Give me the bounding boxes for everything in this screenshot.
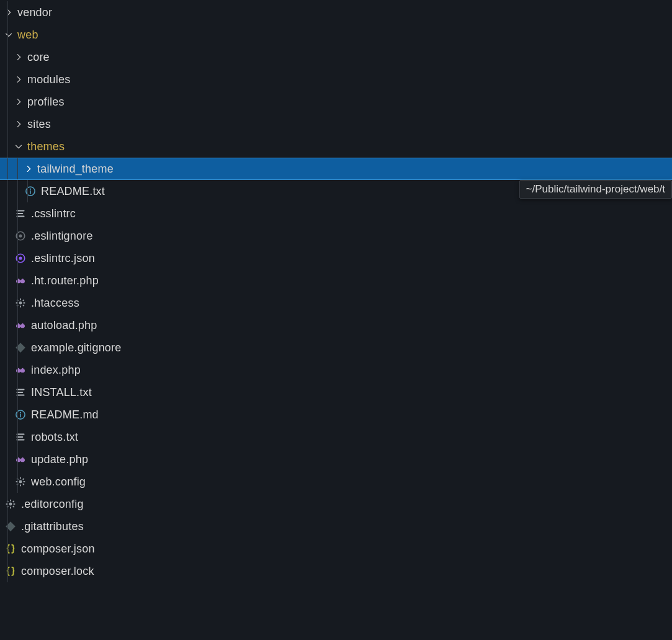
svg-rect-55 — [10, 507, 11, 509]
svg-rect-52 — [22, 484, 24, 485]
svg-rect-2 — [30, 191, 31, 194]
chevron-right-icon[interactable] — [14, 53, 24, 61]
chevron-right-icon[interactable] — [14, 75, 24, 84]
file-item-update-php[interactable]: update.php — [0, 448, 672, 471]
svg-rect-18 — [24, 302, 25, 304]
folder-item-web[interactable]: web — [0, 24, 672, 46]
chevron-right-icon[interactable] — [24, 165, 34, 173]
svg-rect-61 — [12, 506, 14, 508]
item-label: tailwind_theme — [37, 158, 114, 179]
item-label: composer.json — [21, 538, 95, 560]
braces-icon — [4, 566, 17, 577]
gear-icon — [14, 297, 27, 309]
item-label: index.php — [31, 359, 81, 381]
svg-rect-56 — [6, 503, 8, 505]
file-item-readme-md[interactable]: README.md — [0, 403, 672, 426]
lines-icon — [14, 431, 27, 443]
item-label: themes — [27, 135, 65, 158]
file-item--ht-router-php[interactable]: .ht.router.php — [0, 269, 672, 292]
file-item--eslintignore[interactable]: .eslintignore — [0, 225, 672, 247]
file-item-web-config[interactable]: web.config — [0, 471, 672, 493]
svg-rect-45 — [20, 477, 21, 479]
svg-rect-48 — [24, 481, 25, 482]
gear-icon — [4, 498, 17, 510]
svg-point-35 — [20, 412, 21, 413]
svg-rect-51 — [17, 484, 19, 485]
file-item-example-gitignore[interactable]: example.gitignore — [0, 336, 672, 359]
chevron-right-icon[interactable] — [14, 120, 24, 128]
svg-rect-47 — [16, 481, 18, 482]
item-label: INSTALL.txt — [31, 381, 92, 403]
file-item--editorconfig[interactable]: .editorconfig — [0, 493, 672, 515]
svg-point-9 — [19, 256, 22, 259]
svg-rect-21 — [17, 305, 19, 307]
lines-icon — [14, 387, 27, 398]
file-item-robots-txt[interactable]: robots.txt — [0, 426, 672, 448]
lines-icon — [14, 208, 27, 219]
svg-rect-17 — [16, 302, 18, 304]
svg-rect-57 — [14, 503, 16, 505]
svg-rect-54 — [10, 500, 11, 502]
item-label: autoload.php — [31, 314, 97, 336]
item-label: robots.txt — [31, 426, 78, 448]
item-label: web — [17, 24, 38, 46]
item-label: web.config — [31, 471, 86, 493]
file-item-index-php[interactable]: index.php — [0, 359, 672, 381]
item-label: .editorconfig — [21, 493, 84, 515]
svg-point-53 — [9, 503, 12, 506]
svg-rect-43 — [22, 457, 23, 459]
git-icon — [4, 521, 17, 532]
svg-rect-50 — [22, 478, 24, 480]
info-icon — [14, 409, 27, 420]
svg-rect-15 — [20, 299, 21, 300]
item-label: example.gitignore — [31, 336, 121, 359]
item-label: core — [27, 46, 50, 68]
svg-rect-29 — [18, 368, 19, 370]
svg-rect-60 — [7, 506, 9, 508]
svg-rect-36 — [20, 414, 21, 418]
svg-point-1 — [30, 189, 31, 190]
php-icon — [14, 364, 27, 376]
braces-icon — [4, 543, 17, 554]
item-label: README.txt — [41, 180, 105, 202]
item-label: update.php — [31, 448, 88, 471]
svg-rect-12 — [18, 279, 19, 281]
file-item-composer-json[interactable]: composer.json — [0, 538, 672, 560]
folder-item-modules[interactable]: modules — [0, 68, 672, 91]
svg-rect-46 — [20, 485, 21, 487]
file-item-composer-lock[interactable]: composer.lock — [0, 560, 672, 582]
file-item-install-txt[interactable]: INSTALL.txt — [0, 381, 672, 403]
file-item--htaccess[interactable]: .htaccess — [0, 292, 672, 314]
chevron-down-icon[interactable] — [14, 142, 24, 151]
item-label: .eslintignore — [31, 225, 93, 247]
tooltip-text: ~/Public/tailwind-project/web/t — [526, 183, 665, 195]
file-item--gitattributes[interactable]: .gitattributes — [0, 515, 672, 538]
file-item--csslintrc[interactable]: .csslintrc — [0, 202, 672, 225]
file-item--eslintrc-json[interactable]: .eslintrc.json — [0, 247, 672, 269]
item-label: sites — [27, 113, 51, 135]
svg-rect-42 — [18, 457, 19, 459]
file-item-autoload-php[interactable]: autoload.php — [0, 314, 672, 336]
item-label: .ht.router.php — [31, 269, 99, 292]
chevron-down-icon[interactable] — [4, 30, 14, 39]
folder-item-vendor[interactable]: vendor — [0, 1, 672, 24]
svg-rect-26 — [22, 323, 23, 325]
php-icon — [14, 320, 27, 331]
folder-item-themes[interactable]: themes — [0, 135, 672, 158]
target-purple-icon — [14, 253, 27, 264]
item-label: vendor — [17, 1, 52, 24]
chevron-right-icon[interactable] — [4, 8, 14, 17]
file-explorer-tree[interactable]: vendorwebcoremodulesprofilessitesthemest… — [0, 0, 672, 582]
target-grey-icon — [14, 230, 27, 241]
chevron-right-icon[interactable] — [14, 97, 24, 106]
item-label: composer.lock — [21, 560, 94, 582]
php-icon — [14, 454, 27, 465]
svg-rect-22 — [22, 305, 24, 307]
folder-item-core[interactable]: core — [0, 46, 672, 68]
svg-rect-59 — [12, 500, 14, 502]
folder-item-profiles[interactable]: profiles — [0, 91, 672, 113]
svg-rect-20 — [22, 299, 24, 301]
item-label: modules — [27, 68, 70, 91]
folder-item-sites[interactable]: sites — [0, 113, 672, 135]
folder-item-tailwind-theme[interactable]: tailwind_theme — [0, 158, 672, 180]
